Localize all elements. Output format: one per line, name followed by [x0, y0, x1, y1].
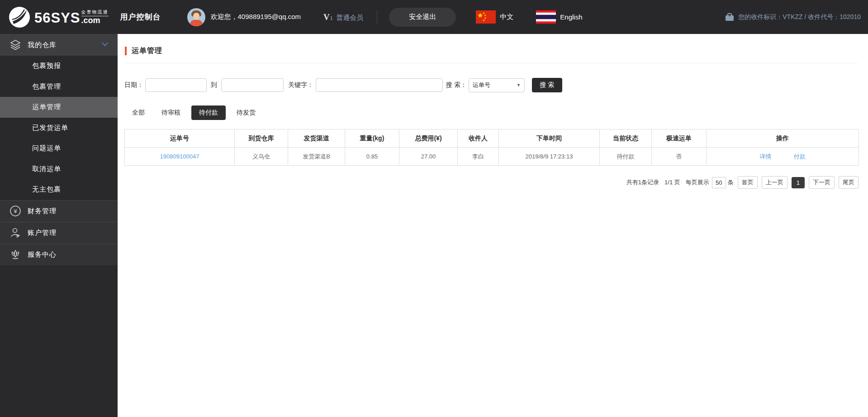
sidebar-item-problem-waybill[interactable]: 问题运单: [0, 138, 118, 159]
cell-express: 否: [652, 148, 707, 166]
console-title: 用户控制台: [120, 12, 161, 22]
receiver-info: 您的收件标识：VTKZZ / 收件代号：102010: [725, 13, 861, 21]
detail-link[interactable]: 详情: [759, 153, 771, 160]
sidebar-item-package-forecast[interactable]: 包裹预报: [0, 56, 118, 77]
layers-icon: [9, 39, 21, 51]
sidebar-section-label: 我的仓库: [28, 41, 57, 49]
col-warehouse: 到货仓库: [235, 129, 288, 148]
col-actions: 操作: [707, 129, 859, 148]
tab-pending-shipment[interactable]: 待发货: [237, 105, 256, 120]
welcome-text: 欢迎您，409889195@qq.com: [211, 13, 301, 21]
lang-label-zh: 中文: [500, 13, 513, 21]
brand-suffix: .com: [81, 16, 109, 25]
date-from-input[interactable]: [145, 78, 207, 92]
per-page-input[interactable]: [712, 177, 726, 188]
main-content: 运单管理 日期： 到 关键字： 搜 索： 运单号 ▼ 搜 索 全部 待审核 待付…: [118, 34, 868, 417]
sidebar-item-shipped-waybill[interactable]: 已发货运单: [0, 118, 118, 139]
crown-icon: [9, 249, 21, 260]
prev-page-button[interactable]: 上一页: [762, 176, 787, 189]
tab-pending-review[interactable]: 待审核: [161, 105, 180, 120]
pagination-total: 共有1条记录: [626, 178, 659, 187]
status-tabs: 全部 待审核 待付款 待发货: [132, 105, 272, 120]
cell-receiver: 李白: [458, 148, 499, 166]
yen-circle-icon: ¥: [9, 205, 21, 217]
search-button[interactable]: 搜 索: [532, 78, 562, 92]
member-label: 普通会员: [336, 14, 363, 22]
col-receiver: 收件人: [458, 129, 499, 148]
brand-logo[interactable]: 56SYS 全景物流通 .com: [8, 6, 109, 29]
col-express: 极速运单: [652, 129, 707, 148]
first-page-button[interactable]: 首页: [738, 176, 758, 189]
sidebar-section-account[interactable]: 账户管理: [0, 222, 118, 244]
last-page-button[interactable]: 尾页: [839, 176, 859, 189]
cell-order-time: 2019/8/9 17:23:13: [499, 148, 600, 166]
avatar[interactable]: [187, 8, 205, 26]
logout-button[interactable]: 安全退出: [389, 8, 456, 27]
thailand-flag-icon: [536, 10, 556, 24]
next-page-button[interactable]: 下一页: [809, 176, 835, 189]
col-order-time: 下单时间: [499, 129, 600, 148]
member-v-icon: V: [323, 12, 330, 22]
sidebar-section-label: 账户管理: [28, 229, 57, 237]
sidebar-section-warehouse[interactable]: 我的仓库: [0, 34, 118, 56]
filter-row: 日期： 到 关键字： 搜 索： 运单号 ▼ 搜 索: [124, 78, 562, 92]
waybill-no-link[interactable]: 190809100047: [160, 153, 199, 160]
col-waybill-no: 运单号: [125, 129, 235, 148]
member-v-level: 1: [330, 16, 333, 21]
col-channel: 发货渠道: [288, 129, 345, 148]
svg-text:★: ★: [483, 19, 485, 22]
sidebar-item-package-manage[interactable]: 包裹管理: [0, 77, 118, 97]
to-label: 到: [211, 81, 217, 89]
sidebar-item-waybill-manage[interactable]: 运单管理: [0, 97, 118, 118]
table-header-row: 运单号 到货仓库 发货渠道 重量(kg) 总费用(¥) 收件人 下单时间 当前状…: [125, 129, 859, 148]
lang-switch-english[interactable]: English: [536, 10, 582, 24]
current-page-button[interactable]: 1: [792, 177, 805, 188]
title-accent-bar: [125, 47, 127, 55]
table-row: 190809100047 义乌仓 发货渠道B 0.85 27.00 李白 201…: [125, 148, 859, 166]
brand-name: 56SYS: [34, 11, 81, 25]
sidebar-section-finance[interactable]: ¥ 财务管理: [0, 200, 118, 222]
keyword-label: 关键字：: [288, 81, 313, 89]
sidebar-item-cancel-waybill[interactable]: 取消运单: [0, 159, 118, 180]
cell-channel: 发货渠道B: [288, 148, 345, 166]
search-type-label: 搜 索：: [446, 81, 467, 89]
keyword-input[interactable]: [316, 78, 443, 92]
sidebar-section-label: 财务管理: [28, 207, 57, 216]
sidebar: 我的仓库 包裹预报 包裹管理 运单管理 已发货运单 问题运单 取消运单 无主包裹…: [0, 34, 118, 417]
search-type-select[interactable]: 运单号 ▼: [469, 78, 525, 92]
cell-warehouse: 义乌仓: [235, 148, 288, 166]
waybill-table: 运单号 到货仓库 发货渠道 重量(kg) 总费用(¥) 收件人 下单时间 当前状…: [124, 129, 859, 166]
cell-status: 待付款: [600, 148, 652, 166]
header-divider: [377, 10, 377, 24]
page-title: 运单管理: [132, 46, 162, 56]
col-weight: 重量(kg): [345, 129, 399, 148]
receiver-text: 您的收件标识：VTKZZ / 收件代号：102010: [738, 13, 861, 21]
sidebar-item-unclaimed-package[interactable]: 无主包裹: [0, 179, 118, 200]
brand-tagline: 全景物流通: [81, 9, 109, 16]
pay-link[interactable]: 付款: [794, 153, 806, 160]
tab-pending-payment[interactable]: 待付款: [191, 105, 226, 120]
parcel-icon: [725, 13, 734, 21]
select-arrow-icon: ▼: [517, 83, 521, 87]
app-window: 56SYS 全景物流通 .com 用户控制台 欢迎您，409889195@qq.…: [0, 0, 868, 417]
tab-all[interactable]: 全部: [132, 105, 145, 120]
page-title-row: 运单管理: [125, 46, 162, 56]
user-icon: [9, 227, 21, 239]
col-status: 当前状态: [600, 129, 652, 148]
title-separator: [125, 63, 858, 63]
sidebar-section-label: 服务中心: [28, 250, 57, 259]
sidebar-section-service[interactable]: 服务中心: [0, 244, 118, 265]
col-total-fee: 总费用(¥): [399, 129, 458, 148]
search-type-selected: 运单号: [473, 81, 490, 89]
cell-weight: 0.85: [345, 148, 399, 166]
lang-switch-chinese[interactable]: ★ ★ ★ ★ ★ 中文: [476, 10, 513, 24]
pagination: 共有1条记录 1/1 页 每页展示 条 首页 上一页 1 下一页 尾页: [626, 176, 859, 189]
top-header: 56SYS 全景物流通 .com 用户控制台 欢迎您，409889195@qq.…: [0, 0, 868, 34]
per-page-prefix: 每页展示: [686, 178, 709, 187]
sidebar-submenu: 包裹预报 包裹管理 运单管理 已发货运单 问题运单 取消运单 无主包裹: [0, 56, 118, 200]
svg-text:¥: ¥: [13, 208, 17, 215]
date-to-input[interactable]: [221, 78, 284, 92]
lang-label-en: English: [560, 13, 582, 21]
date-label: 日期：: [124, 81, 143, 89]
chevron-down-icon: [101, 42, 109, 47]
